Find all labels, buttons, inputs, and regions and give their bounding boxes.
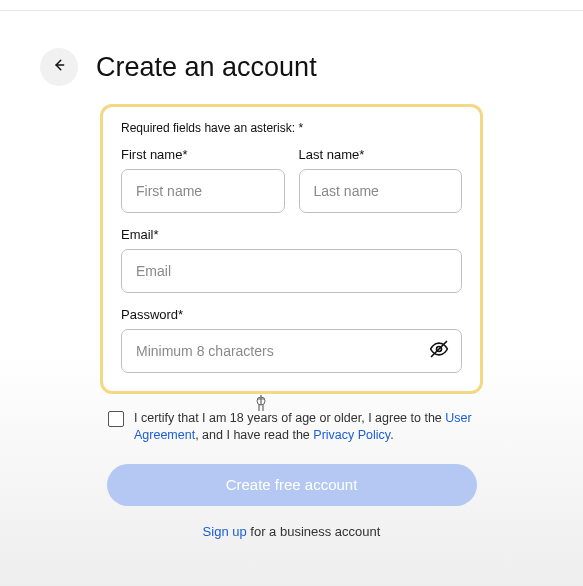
consent-checkbox[interactable]: [108, 411, 124, 427]
eye-off-icon: [429, 339, 449, 363]
create-account-button[interactable]: Create free account: [107, 464, 477, 506]
svg-point-3: [257, 397, 265, 405]
email-field-group: Email*: [121, 227, 462, 293]
privacy-policy-link[interactable]: Privacy Policy: [313, 428, 390, 442]
email-label: Email*: [121, 227, 462, 242]
first-name-input[interactable]: [121, 169, 285, 213]
consent-text-end: .: [390, 428, 393, 442]
business-signup-text: for a business account: [247, 524, 381, 539]
top-divider: [0, 10, 583, 11]
consent-text-before: I certify that I am 18 years of age or o…: [134, 411, 445, 425]
last-name-field-group: Last name*: [299, 147, 463, 213]
first-name-field-group: First name*: [121, 147, 285, 213]
signup-form: Required fields have an asterisk: * Firs…: [100, 104, 483, 394]
required-fields-note: Required fields have an asterisk: *: [121, 121, 462, 135]
last-name-input[interactable]: [299, 169, 463, 213]
business-signup-link[interactable]: Sign up: [203, 524, 247, 539]
arrow-left-icon: [52, 58, 66, 76]
toggle-password-visibility-button[interactable]: [426, 338, 452, 364]
email-input[interactable]: [121, 249, 462, 293]
business-signup-row: Sign up for a business account: [0, 524, 583, 539]
consent-text-middle: , and I have read the: [195, 428, 313, 442]
last-name-label: Last name*: [299, 147, 463, 162]
password-field-group: Password*: [121, 307, 462, 373]
header: Create an account: [0, 0, 583, 86]
consent-row: I certify that I am 18 years of age or o…: [100, 410, 483, 444]
consent-text: I certify that I am 18 years of age or o…: [134, 410, 475, 444]
back-button[interactable]: [40, 48, 78, 86]
password-label: Password*: [121, 307, 462, 322]
page-title: Create an account: [96, 52, 317, 83]
first-name-label: First name*: [121, 147, 285, 162]
password-input[interactable]: [121, 329, 462, 373]
